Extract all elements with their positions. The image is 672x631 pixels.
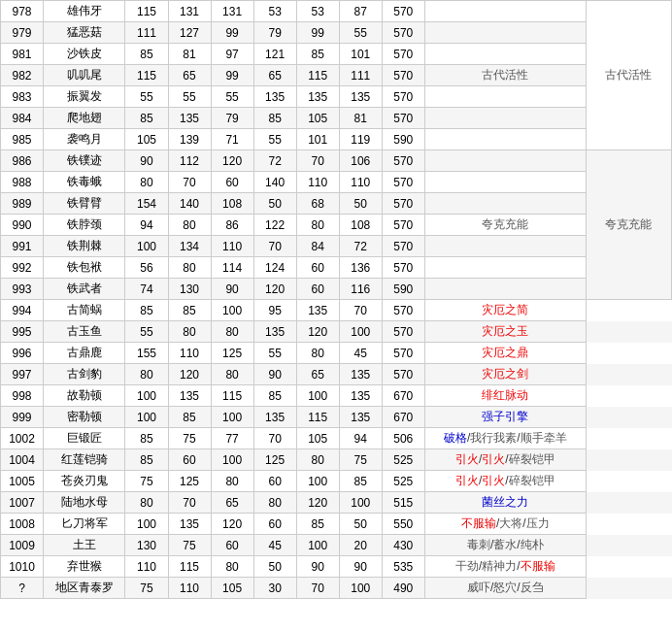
- table-row: 1004 红莲铠骑 85 60 100 125 80 75 525 引火/引火/…: [1, 449, 672, 471]
- cell-atk: 70: [168, 172, 211, 193]
- cell-atk: 55: [168, 86, 211, 108]
- cell-atk: 134: [168, 236, 211, 257]
- cell-id: 996: [1, 343, 44, 364]
- cell-spdef: 60: [296, 257, 339, 279]
- cell-hp: 100: [125, 514, 168, 535]
- cell-total: 570: [382, 343, 424, 364]
- cell-spdef: 80: [296, 449, 339, 471]
- cell-ability: [424, 193, 586, 215]
- cell-hp: 80: [125, 364, 168, 385]
- cell-spatk: 85: [253, 385, 296, 407]
- cell-ability: 古代活性: [424, 65, 586, 86]
- cell-ability: 强子引擎: [424, 407, 586, 428]
- side-label-empty: [586, 578, 671, 599]
- cell-hp: 130: [125, 535, 168, 556]
- cell-spatk: 124: [253, 257, 296, 279]
- cell-hp: 80: [125, 172, 168, 193]
- cell-total: 525: [382, 471, 424, 492]
- cell-spdef: 53: [296, 1, 339, 22]
- cell-spdef: 85: [296, 44, 339, 65]
- cell-spatk: 55: [253, 343, 296, 364]
- cell-atk: 70: [168, 492, 211, 514]
- cell-hp: 154: [125, 193, 168, 215]
- side-label-empty: [586, 535, 671, 556]
- table-row: 1009 土王 130 75 60 45 100 20 430 毒刺/蓄水/纯朴: [1, 535, 672, 556]
- cell-spatk: 70: [253, 236, 296, 257]
- cell-spatk: 122: [253, 215, 296, 236]
- cell-hp: 85: [125, 449, 168, 471]
- table-row: 999 密勒顿 100 85 100 135 115 135 670 强子引擎: [1, 407, 672, 428]
- cell-def: 110: [211, 236, 253, 257]
- cell-hp: 75: [125, 471, 168, 492]
- cell-total: 570: [382, 364, 424, 385]
- table-row: 979 猛恶菇 111 127 99 79 99 55 570: [1, 22, 672, 44]
- table-wrapper: 978 雄伟牙 115 131 131 53 53 87 570 古代活性 97…: [0, 0, 672, 599]
- cell-name: 铁脖颈: [44, 215, 125, 236]
- cell-atk: 80: [168, 215, 211, 236]
- table-row: 995 古玉鱼 55 80 80 135 120 100 570 灾厄之玉: [1, 321, 672, 343]
- cell-total: 590: [382, 129, 424, 150]
- cell-spdef: 120: [296, 321, 339, 343]
- cell-spd: 45: [339, 343, 382, 364]
- cell-spdef: 65: [296, 364, 339, 385]
- cell-name: 密勒顿: [44, 407, 125, 428]
- cell-spd: 111: [339, 65, 382, 86]
- cell-id: 1005: [1, 471, 44, 492]
- cell-spatk: 65: [253, 65, 296, 86]
- cell-spatk: 80: [253, 492, 296, 514]
- cell-spd: 81: [339, 108, 382, 129]
- cell-id: 998: [1, 385, 44, 407]
- cell-ability: 灾厄之玉: [424, 321, 586, 343]
- cell-total: 570: [382, 236, 424, 257]
- cell-spd: 135: [339, 407, 382, 428]
- table-row: 981 沙铁皮 85 81 97 121 85 101 570: [1, 44, 672, 65]
- cell-name: 故勒顿: [44, 385, 125, 407]
- cell-spatk: 60: [253, 471, 296, 492]
- cell-id: 988: [1, 172, 44, 193]
- table-row: 985 袭鸣月 105 139 71 55 101 119 590: [1, 129, 672, 150]
- cell-atk: 80: [168, 321, 211, 343]
- cell-ability: [424, 1, 586, 22]
- cell-spatk: 135: [253, 321, 296, 343]
- cell-ability: 不服输/大将/压力: [424, 514, 586, 535]
- cell-atk: 85: [168, 407, 211, 428]
- cell-spdef: 110: [296, 172, 339, 193]
- cell-total: 570: [382, 215, 424, 236]
- table-row: 983 振翼发 55 55 55 135 135 135 570: [1, 86, 672, 108]
- cell-hp: 100: [125, 236, 168, 257]
- cell-total: 570: [382, 300, 424, 321]
- cell-name: 沙铁皮: [44, 44, 125, 65]
- cell-spatk: 50: [253, 193, 296, 215]
- cell-total: 570: [382, 86, 424, 108]
- cell-ability: 破格/我行我素/顺手牵羊: [424, 428, 586, 449]
- cell-id: 1007: [1, 492, 44, 514]
- cell-total: 535: [382, 556, 424, 578]
- cell-id: 997: [1, 364, 44, 385]
- cell-name: 匕刀将军: [44, 514, 125, 535]
- table-row: 982 叽叽尾 115 65 99 65 115 111 570 古代活性: [1, 65, 672, 86]
- cell-atk: 112: [168, 150, 211, 172]
- cell-spdef: 100: [296, 385, 339, 407]
- cell-ability: 灾厄之剑: [424, 364, 586, 385]
- cell-name: 苍炎刃鬼: [44, 471, 125, 492]
- cell-name: 铁臂臂: [44, 193, 125, 215]
- side-label-quark: 夸克充能: [586, 150, 671, 300]
- cell-atk: 127: [168, 22, 211, 44]
- cell-def: 65: [211, 492, 253, 514]
- cell-spdef: 60: [296, 279, 339, 300]
- cell-id: 1002: [1, 428, 44, 449]
- cell-spatk: 55: [253, 129, 296, 150]
- cell-def: 131: [211, 1, 253, 22]
- cell-ability: [424, 150, 586, 172]
- cell-atk: 140: [168, 193, 211, 215]
- cell-id: 985: [1, 129, 44, 150]
- cell-hp: 75: [125, 578, 168, 599]
- cell-def: 86: [211, 215, 253, 236]
- cell-atk: 85: [168, 300, 211, 321]
- cell-spatk: 140: [253, 172, 296, 193]
- cell-hp: 74: [125, 279, 168, 300]
- cell-def: 108: [211, 193, 253, 215]
- cell-spdef: 70: [296, 150, 339, 172]
- cell-def: 80: [211, 471, 253, 492]
- cell-total: 430: [382, 535, 424, 556]
